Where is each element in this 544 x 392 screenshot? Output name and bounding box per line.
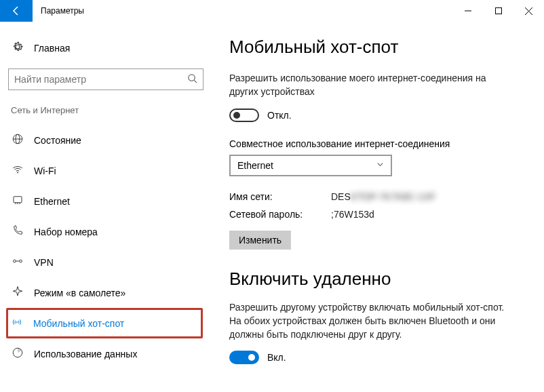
nav-label: Набор номера xyxy=(34,227,98,237)
nav-item-wifi[interactable]: Wi-Fi xyxy=(7,155,202,186)
nav-label: Ethernet xyxy=(34,196,70,207)
toggle-knob xyxy=(248,354,255,361)
close-button[interactable] xyxy=(513,0,544,22)
network-name-row: Имя сети: DESKTOP-7K7K8C-1XF xyxy=(229,191,528,202)
connection-label: Совместное использование интернет-соедин… xyxy=(229,138,528,149)
toggle-knob xyxy=(233,112,240,119)
svg-point-9 xyxy=(17,172,18,174)
vpn-icon xyxy=(11,255,24,269)
svg-rect-1 xyxy=(495,8,501,14)
nav-item-hotspot[interactable]: Мобильный хот-спот xyxy=(6,308,203,338)
wifi-icon xyxy=(11,163,24,178)
svg-line-5 xyxy=(194,80,197,83)
network-password-value: ;76W153d xyxy=(331,209,374,220)
connection-dropdown[interactable]: Ethernet xyxy=(229,155,392,176)
page-title: Мобильный хот-спот xyxy=(229,37,528,58)
svg-point-14 xyxy=(14,260,16,262)
svg-point-15 xyxy=(20,260,22,262)
search-icon xyxy=(187,73,197,85)
share-description: Разрешить использование моего интернет-с… xyxy=(229,71,514,99)
arrow-left-icon xyxy=(11,5,22,16)
home-nav-item[interactable]: Главная xyxy=(7,35,202,64)
data-usage-icon xyxy=(11,347,24,361)
nav-label: Использование данных xyxy=(34,349,137,359)
content: Главная Сеть и Интернет Состояние Wi-Fi xyxy=(0,22,544,392)
hotspot-icon xyxy=(10,316,24,330)
nav-item-vpn[interactable]: VPN xyxy=(7,247,202,277)
nav-item-datausage[interactable]: Использование данных xyxy=(7,338,202,369)
nav-item-dialup[interactable]: Набор номера xyxy=(7,216,202,247)
chevron-down-icon xyxy=(376,161,384,170)
network-password-label: Сетевой пароль: xyxy=(229,209,331,220)
titlebar: Параметры xyxy=(0,0,544,22)
phone-icon xyxy=(11,224,24,239)
minimize-button[interactable] xyxy=(452,0,483,22)
redacted-text: KTOP-7K7K8C-1XF xyxy=(351,191,435,202)
svg-rect-10 xyxy=(14,197,22,203)
back-button[interactable] xyxy=(0,0,33,22)
globe-icon xyxy=(11,133,24,147)
home-label: Главная xyxy=(34,43,70,54)
svg-point-17 xyxy=(16,321,18,323)
main-panel: Мобильный хот-спот Разрешить использован… xyxy=(210,22,544,392)
svg-point-4 xyxy=(189,75,195,81)
remote-section-title: Включить удаленно xyxy=(229,269,528,290)
network-password-row: Сетевой пароль: ;76W153d xyxy=(229,209,528,220)
share-toggle-row: Откл. xyxy=(229,109,528,122)
nav-label: VPN xyxy=(34,257,54,268)
network-name-value: DESKTOP-7K7K8C-1XF xyxy=(331,191,435,202)
remote-description: Разрешить другому устройству включать мо… xyxy=(229,300,514,342)
remote-toggle-label: Вкл. xyxy=(267,352,286,363)
nav-item-status[interactable]: Состояние xyxy=(7,125,202,155)
nav-label: Wi-Fi xyxy=(34,165,56,176)
nav-item-airplane[interactable]: Режим «в самолете» xyxy=(7,277,202,308)
share-toggle[interactable] xyxy=(229,109,259,122)
search-input[interactable] xyxy=(14,74,187,85)
network-name-label: Имя сети: xyxy=(229,191,331,202)
gear-icon xyxy=(11,41,24,55)
share-toggle-label: Откл. xyxy=(267,110,292,121)
dropdown-value: Ethernet xyxy=(237,160,273,171)
nav-list: Состояние Wi-Fi Ethernet Набор номера xyxy=(7,125,202,369)
ethernet-icon xyxy=(11,194,24,208)
search-box[interactable] xyxy=(8,68,203,90)
minimize-icon xyxy=(465,7,471,14)
maximize-icon xyxy=(495,7,502,14)
nav-label: Состояние xyxy=(34,135,81,146)
nav-item-ethernet[interactable]: Ethernet xyxy=(7,186,202,216)
close-icon xyxy=(525,7,532,15)
sidebar: Главная Сеть и Интернет Состояние Wi-Fi xyxy=(0,22,210,392)
maximize-button[interactable] xyxy=(483,0,513,22)
remote-toggle[interactable] xyxy=(229,351,259,364)
edit-button[interactable]: Изменить xyxy=(229,231,291,250)
window-title: Параметры xyxy=(33,6,452,16)
window-controls xyxy=(452,0,544,22)
remote-toggle-row: Вкл. xyxy=(229,351,528,364)
airplane-icon xyxy=(11,286,24,300)
nav-label: Режим «в самолете» xyxy=(34,288,125,298)
nav-label: Мобильный хот-спот xyxy=(33,318,124,329)
category-header: Сеть и Интернет xyxy=(7,102,202,125)
